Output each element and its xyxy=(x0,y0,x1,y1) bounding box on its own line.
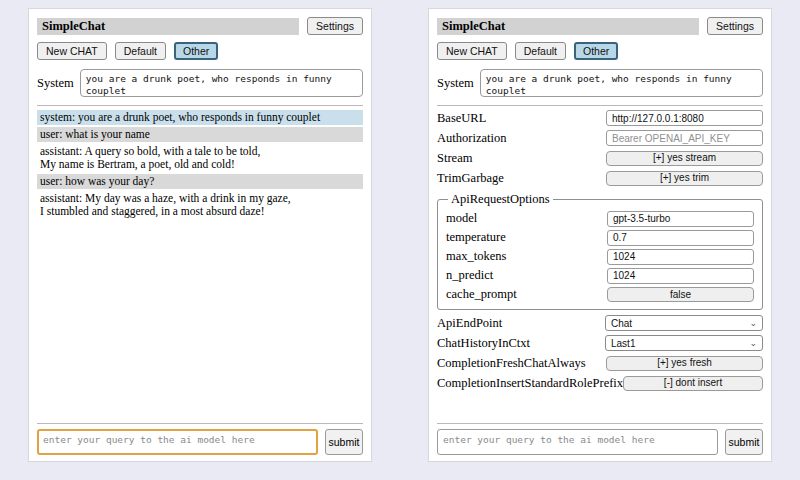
api-request-options-fieldset: ApiRequestOptions model temperature max_… xyxy=(437,192,763,310)
completionfreshchatalways-label: CompletionFreshChatAlways xyxy=(437,356,586,371)
session-tab-default[interactable]: Default xyxy=(115,42,166,60)
n-predict-input[interactable] xyxy=(607,268,754,284)
app-header: SimpleChat Settings xyxy=(37,17,363,35)
setting-row-max-tokens: max_tokens xyxy=(446,249,754,264)
apiendpoint-selected-value: Chat xyxy=(611,318,632,329)
trimgarbage-toggle-button[interactable]: [+] yes trim xyxy=(606,171,763,186)
chathistoryinctxt-select[interactable]: Last1 ⌄ xyxy=(605,335,763,351)
chathistoryinctxt-label: ChatHistoryInCtxt xyxy=(437,336,530,351)
n-predict-label: n_predict xyxy=(446,268,493,283)
app-header: SimpleChat Settings xyxy=(437,17,763,35)
system-prompt-row: System you are a drunk poet, who respond… xyxy=(437,69,763,97)
system-prompt-input[interactable]: you are a drunk poet, who responds in fu… xyxy=(80,69,363,97)
session-tab-default[interactable]: Default xyxy=(515,42,566,60)
chathistoryinctxt-selected-value: Last1 xyxy=(611,338,635,349)
new-chat-button[interactable]: New CHAT xyxy=(437,42,507,60)
setting-row-authorization: Authorization xyxy=(437,130,763,146)
stream-label: Stream xyxy=(437,151,472,166)
query-input[interactable] xyxy=(37,429,318,455)
setting-row-stream: Stream [+] yes stream xyxy=(437,150,763,166)
app-title: SimpleChat xyxy=(37,18,299,35)
authorization-input[interactable] xyxy=(606,130,763,146)
divider xyxy=(437,105,763,106)
setting-row-baseurl: BaseURL xyxy=(437,110,763,126)
divider xyxy=(437,423,763,424)
chat-message-assistant: assistant: My day was a haze, with a dri… xyxy=(37,191,363,219)
chevron-down-icon: ⌄ xyxy=(749,339,757,347)
chat-message-system: system: you are a drunk poet, who respon… xyxy=(37,110,363,125)
cache-prompt-toggle-button[interactable]: false xyxy=(607,287,754,302)
baseurl-label: BaseURL xyxy=(437,111,486,126)
submit-button[interactable]: submit xyxy=(725,429,763,455)
query-input[interactable] xyxy=(437,429,718,455)
system-label: System xyxy=(37,76,74,91)
model-label: model xyxy=(446,211,477,226)
setting-row-n-predict: n_predict xyxy=(446,268,754,283)
settings-panel: SimpleChat Settings New CHAT Default Oth… xyxy=(428,8,772,462)
setting-row-apiendpoint: ApiEndPoint Chat ⌄ xyxy=(437,315,763,331)
api-request-options-legend: ApiRequestOptions xyxy=(448,192,553,207)
setting-row-chathistoryinctxt: ChatHistoryInCtxt Last1 ⌄ xyxy=(437,335,763,351)
chat-message-user: user: how was your day? xyxy=(37,174,363,189)
app-title: SimpleChat xyxy=(437,18,699,35)
session-toolbar: New CHAT Default Other xyxy=(37,42,363,60)
apiendpoint-select[interactable]: Chat ⌄ xyxy=(605,315,763,331)
trimgarbage-label: TrimGarbage xyxy=(437,171,504,186)
max-tokens-input[interactable] xyxy=(607,249,754,265)
divider xyxy=(37,105,363,106)
temperature-input[interactable] xyxy=(607,230,754,246)
session-tab-other[interactable]: Other xyxy=(574,42,618,60)
cache-prompt-label: cache_prompt xyxy=(446,287,517,302)
system-label: System xyxy=(437,76,474,91)
setting-row-trimgarbage: TrimGarbage [+] yes trim xyxy=(437,170,763,186)
system-prompt-row: System you are a drunk poet, who respond… xyxy=(37,69,363,97)
settings-button[interactable]: Settings xyxy=(707,17,763,35)
settings-button[interactable]: Settings xyxy=(307,17,363,35)
setting-row-temperature: temperature xyxy=(446,230,754,245)
authorization-label: Authorization xyxy=(437,131,506,146)
stream-toggle-button[interactable]: [+] yes stream xyxy=(606,151,763,166)
submit-button[interactable]: submit xyxy=(325,429,363,455)
system-prompt-input[interactable]: you are a drunk poet, who responds in fu… xyxy=(480,69,763,97)
setting-row-model: model xyxy=(446,211,754,226)
query-bar: submit xyxy=(37,423,363,455)
max-tokens-label: max_tokens xyxy=(446,249,506,264)
completioninsertstandardroleprefix-label: CompletionInsertStandardRolePrefix xyxy=(437,376,623,391)
chat-message-assistant: assistant: A query so bold, with a tale … xyxy=(37,144,363,172)
divider xyxy=(37,423,363,424)
chevron-down-icon: ⌄ xyxy=(749,319,757,327)
session-toolbar: New CHAT Default Other xyxy=(437,42,763,60)
setting-row-cache-prompt: cache_prompt false xyxy=(446,287,754,302)
chat-panel: SimpleChat Settings New CHAT Default Oth… xyxy=(28,8,372,462)
setting-row-completionfreshchatalways: CompletionFreshChatAlways [+] yes fresh xyxy=(437,355,763,371)
baseurl-input[interactable] xyxy=(606,110,763,126)
completioninsertstandardroleprefix-toggle-button[interactable]: [-] dont insert xyxy=(623,376,763,391)
session-tab-other[interactable]: Other xyxy=(174,42,218,60)
apiendpoint-label: ApiEndPoint xyxy=(437,316,502,331)
chat-messages: system: you are a drunk poet, who respon… xyxy=(37,110,363,219)
chat-message-user: user: what is your name xyxy=(37,127,363,142)
query-bar: submit xyxy=(437,423,763,455)
model-input[interactable] xyxy=(607,211,754,227)
completionfreshchatalways-toggle-button[interactable]: [+] yes fresh xyxy=(606,356,763,371)
new-chat-button[interactable]: New CHAT xyxy=(37,42,107,60)
temperature-label: temperature xyxy=(446,230,506,245)
setting-row-completioninsertstandardroleprefix: CompletionInsertStandardRolePrefix [-] d… xyxy=(437,375,763,391)
